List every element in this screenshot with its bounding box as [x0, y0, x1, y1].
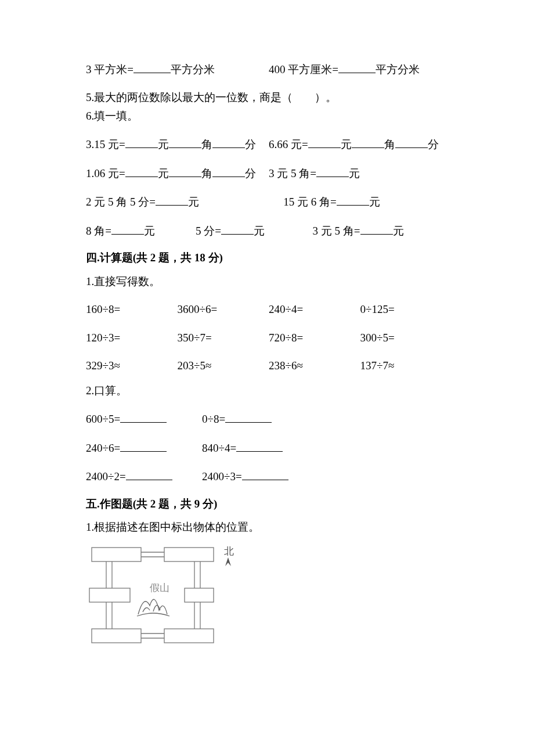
- q6-r4a: 8 角=元: [86, 222, 196, 239]
- text: 角: [201, 167, 212, 179]
- calc-cell: 600÷5=: [86, 411, 202, 427]
- text: 0÷8=: [202, 413, 225, 425]
- map-figure: 北 假山: [86, 542, 237, 658]
- svg-rect-4: [92, 629, 141, 643]
- q6-row3: 2 元 5 角 5 分=元 15 元 6 角=元: [86, 193, 452, 210]
- calc-cell: 160÷8=: [86, 301, 178, 318]
- blank[interactable]: [125, 136, 158, 148]
- blank[interactable]: [156, 193, 188, 206]
- question-6-title: 6.填一填。: [86, 108, 452, 125]
- calc-cell: 0÷125=: [360, 301, 452, 318]
- blank[interactable]: [308, 136, 341, 148]
- blank[interactable]: [125, 165, 158, 177]
- calc-row: 329÷3≈203÷5≈238÷6≈137÷7≈: [86, 358, 452, 375]
- text: 6.66 元=: [269, 138, 308, 150]
- question-4-conversions: 3 平方米=平方分米 400 平方厘米=平方分米: [86, 61, 452, 78]
- q4-left: 3 平方米=平方分米: [86, 61, 269, 78]
- blank[interactable]: [212, 165, 245, 177]
- blank[interactable]: [126, 468, 172, 480]
- blank[interactable]: [242, 468, 288, 480]
- calc-cell: 240÷6=: [86, 440, 202, 456]
- text: 15 元 6 角=: [283, 196, 336, 208]
- calc-cell: 2400÷3=: [202, 468, 318, 485]
- text: 分: [428, 138, 439, 150]
- q6-r1b: 6.66 元=元角分: [269, 136, 452, 153]
- q6-row2: 1.06 元=元角分 3 元 5 角=元: [86, 165, 452, 182]
- calc-cell: 300÷5=: [360, 330, 452, 347]
- blank[interactable]: [316, 165, 349, 177]
- calc-cell: 120÷3=: [86, 330, 178, 347]
- calc-cell: 0÷8=: [202, 411, 318, 427]
- blank[interactable]: [225, 411, 272, 423]
- worksheet-page: 3 平方米=平方分米 400 平方厘米=平方分米 5.最大的两位数除以最大的一位…: [0, 0, 534, 693]
- text: 3 元 5 角=: [269, 167, 316, 179]
- calc-cell: 329÷3≈: [86, 358, 178, 375]
- text: 8 角=: [86, 225, 111, 237]
- blank[interactable]: [338, 61, 376, 73]
- text: 840÷4=: [202, 442, 236, 454]
- s4-q1-grid: 160÷8=3600÷6=240÷4=0÷125=120÷3=350÷7=720…: [86, 301, 452, 375]
- text: 元: [158, 167, 169, 179]
- q6-r1a: 3.15 元=元角分: [86, 136, 269, 153]
- blank[interactable]: [212, 136, 245, 148]
- text: 元: [144, 225, 155, 237]
- text: 元: [349, 167, 360, 179]
- calc-cell: 720÷8=: [269, 330, 360, 347]
- text: 5 分=: [196, 225, 221, 237]
- calc-cell: 840÷4=: [202, 440, 318, 456]
- q6-r4c: 3 元 5 角=元: [313, 222, 452, 239]
- blank[interactable]: [169, 136, 201, 148]
- text: 2400÷3=: [202, 470, 242, 483]
- text: 3.15 元=: [86, 138, 125, 150]
- question-5: 5.最大的两位数除以最大的一位数，商是（ ）。: [86, 89, 452, 106]
- text: 元: [369, 196, 380, 208]
- s4-q2-title: 2.口算。: [86, 383, 452, 399]
- q4-right: 400 平方厘米=平方分米: [269, 61, 452, 78]
- text: 3 元 5 角=: [313, 225, 360, 237]
- s4-q2-grid: 600÷5=0÷8=240÷6=840÷4=2400÷2=2400÷3=: [86, 411, 452, 485]
- section-4-title: 四.计算题(共 2 题，共 18 分): [86, 250, 452, 267]
- calc-cell: 240÷4=: [269, 301, 360, 318]
- calc-row: 2400÷2=2400÷3=: [86, 468, 452, 485]
- calc-cell: 137÷7≈: [360, 358, 452, 375]
- q6-row1: 3.15 元=元角分 6.66 元=元角分: [86, 136, 452, 153]
- calc-row: 160÷8=3600÷6=240÷4=0÷125=: [86, 301, 452, 318]
- text: 元: [158, 138, 169, 150]
- section-5-title: 五.作图题(共 2 题，共 9 分): [86, 496, 452, 513]
- blank[interactable]: [236, 440, 283, 452]
- s5-q1-title: 1.根据描述在图中标出物体的位置。: [86, 519, 452, 536]
- text: 600÷5=: [86, 413, 120, 425]
- text: 元: [341, 138, 352, 150]
- svg-rect-1: [164, 548, 214, 561]
- svg-marker-18: [225, 557, 231, 566]
- q6-r3b: 15 元 6 角=元: [283, 193, 452, 210]
- blank[interactable]: [120, 411, 167, 423]
- blank[interactable]: [221, 222, 254, 235]
- calc-cell: 350÷7=: [178, 330, 269, 347]
- blank[interactable]: [169, 165, 201, 177]
- blank[interactable]: [120, 440, 167, 452]
- blank[interactable]: [134, 61, 171, 73]
- svg-rect-2: [89, 588, 130, 602]
- text: 元: [254, 225, 265, 237]
- blank[interactable]: [352, 136, 384, 148]
- text: 元: [393, 225, 404, 237]
- q6-r2a: 1.06 元=元角分: [86, 165, 269, 182]
- text: 分: [245, 138, 256, 150]
- north-label: 北: [224, 546, 234, 557]
- blank[interactable]: [337, 193, 369, 206]
- text: 2 元 5 角 5 分=: [86, 196, 156, 208]
- calc-row: 240÷6=840÷4=: [86, 440, 452, 456]
- s4-q1-title: 1.直接写得数。: [86, 273, 452, 290]
- blank[interactable]: [360, 222, 393, 235]
- text: 元: [188, 196, 199, 208]
- north-icon: 北: [224, 546, 234, 566]
- blank[interactable]: [395, 136, 428, 148]
- q6-r2b: 3 元 5 角=元: [269, 165, 452, 182]
- text: 角: [201, 138, 212, 150]
- calc-row: 600÷5=0÷8=: [86, 411, 452, 427]
- blank[interactable]: [111, 222, 144, 235]
- calc-row: 120÷3=350÷7=720÷8=300÷5=: [86, 330, 452, 347]
- q6-r3a: 2 元 5 角 5 分=元: [86, 193, 283, 210]
- calc-cell: 203÷5≈: [178, 358, 269, 375]
